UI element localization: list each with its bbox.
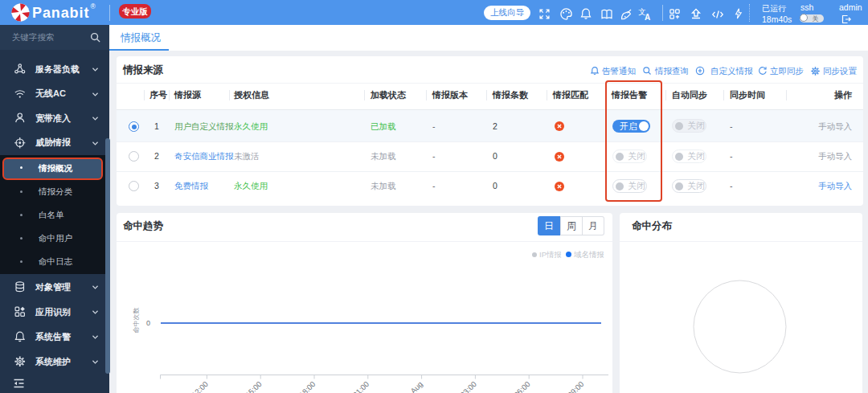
svg-text:15:00: 15:00 bbox=[244, 379, 264, 393]
svg-text:09:00: 09:00 bbox=[566, 379, 586, 393]
svg-text:18:00: 18:00 bbox=[297, 379, 317, 393]
svg-text:12:00: 12:00 bbox=[190, 379, 210, 393]
svg-text:06:00: 06:00 bbox=[512, 379, 532, 393]
svg-text:A: A bbox=[645, 13, 650, 22]
svg-text:03:00: 03:00 bbox=[458, 379, 478, 393]
svg-text:Aug: Aug bbox=[408, 379, 424, 393]
svg-text:21:00: 21:00 bbox=[351, 379, 371, 393]
